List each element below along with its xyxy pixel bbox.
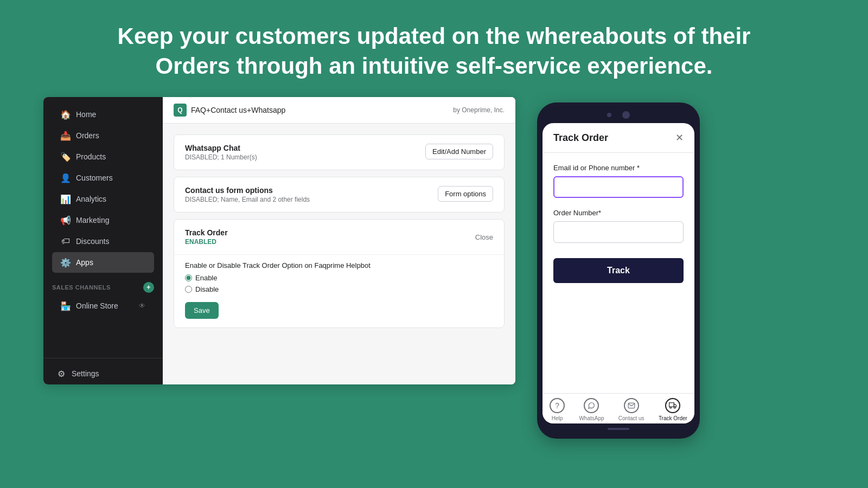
nav-label-track-order: Track Order <box>659 415 687 421</box>
store-icon: 🏪 <box>61 301 71 311</box>
track-order-close-button[interactable]: Close <box>475 233 493 241</box>
phone-home-indicator <box>542 428 694 430</box>
sidebar-item-analytics[interactable]: 📊 Analytics <box>52 189 154 209</box>
sidebar-label-home: Home <box>76 110 96 119</box>
contact-card: Contact us form options DISABLED; Name, … <box>174 177 505 213</box>
settings-icon: ⚙ <box>56 369 66 378</box>
nav-item-track-order[interactable]: Track Order <box>659 398 687 421</box>
nav-label-whatsapp: WhatsApp <box>579 415 604 421</box>
track-order-title: Track Order <box>553 132 608 144</box>
panel-logo-letter: Q <box>177 106 182 114</box>
track-order-nav-icon <box>665 398 680 413</box>
analytics-icon: 📊 <box>61 194 71 204</box>
customers-icon: 👤 <box>61 173 71 183</box>
nav-item-contact[interactable]: Contact us <box>618 398 644 421</box>
panel-by-label: by Oneprime, Inc. <box>453 106 505 114</box>
sidebar-item-online-store[interactable]: 🏪 Online Store 👁 <box>52 296 154 316</box>
camera-dot-center <box>622 111 630 119</box>
sidebar-item-customers[interactable]: 👤 Customers <box>52 168 154 188</box>
contact-card-subtitle: DISABLED; Name, Email and 2 other fields <box>185 196 310 203</box>
panel-header: Q FAQ+Contact us+Whatsapp by Oneprime, I… <box>163 97 515 124</box>
contact-card-title: Contact us form options <box>185 186 310 195</box>
whatsapp-card-subtitle: DISABLED; 1 Number(s) <box>185 153 257 161</box>
phone-mockup: Track Order ✕ Email id or Phone number *… <box>537 102 700 439</box>
sidebar-label-discounts: Discounts <box>76 237 109 246</box>
sidebar-label-settings: Settings <box>72 369 99 378</box>
order-number-label: Order Number* <box>553 209 684 217</box>
svg-point-3 <box>674 407 676 409</box>
track-order-form: Email id or Phone number * Order Number*… <box>542 153 694 393</box>
nav-label-help: Help <box>552 415 563 421</box>
form-options-button[interactable]: Form options <box>438 186 493 202</box>
save-button[interactable]: Save <box>185 302 219 319</box>
sidebar-label-apps: Apps <box>76 258 93 267</box>
panel-content: Q FAQ+Contact us+Whatsapp by Oneprime, I… <box>163 97 515 384</box>
radio-enable-label[interactable]: Enable <box>185 274 493 282</box>
whatsapp-card-title: Whatsapp Chat <box>185 144 257 152</box>
sales-channels-section: SALES CHANNELS + <box>43 275 163 295</box>
whatsapp-card-header: Whatsapp Chat DISABLED; 1 Number(s) Edit… <box>185 144 493 161</box>
add-channel-button[interactable]: + <box>143 282 154 293</box>
track-order-card-header: Track Order ENABLED Close <box>174 220 504 254</box>
admin-panel: 🏠 Home 📥 Orders 🏷️ Products 👤 Customers … <box>43 97 515 384</box>
panel-app-name: FAQ+Contact us+Whatsapp <box>191 106 285 114</box>
sidebar-label-analytics: Analytics <box>76 195 106 203</box>
radio-disable-text: Disable <box>195 285 219 293</box>
sidebar-label-online-store: Online Store <box>76 301 118 310</box>
sidebar-label-marketing: Marketing <box>76 216 109 224</box>
radio-disable-input[interactable] <box>185 286 192 293</box>
whatsapp-card: Whatsapp Chat DISABLED; 1 Number(s) Edit… <box>174 134 505 170</box>
orders-icon: 📥 <box>61 131 71 140</box>
sidebar-label-customers: Customers <box>76 174 113 182</box>
store-eye-icon: 👁 <box>139 302 145 310</box>
radio-enable-text: Enable <box>195 274 217 282</box>
panel-body: Whatsapp Chat DISABLED; 1 Number(s) Edit… <box>163 124 515 339</box>
contact-icon <box>624 398 639 413</box>
hero-line1: Keep your customers updated on the where… <box>118 23 751 49</box>
email-input[interactable] <box>553 176 684 198</box>
sidebar-item-orders[interactable]: 📥 Orders <box>52 125 154 146</box>
sidebar-item-settings[interactable]: ⚙ Settings <box>48 363 158 384</box>
svg-point-2 <box>670 407 672 409</box>
edit-add-number-button[interactable]: Edit/Add Number <box>425 144 493 159</box>
track-order-card-title: Track Order <box>185 228 228 237</box>
marketing-icon: 📢 <box>61 215 71 225</box>
panel-logo: Q <box>174 104 187 117</box>
products-icon: 🏷️ <box>61 152 71 162</box>
order-number-form-group: Order Number* <box>553 209 684 243</box>
phone-track-button[interactable]: Track <box>553 258 684 283</box>
home-icon: 🏠 <box>61 110 71 119</box>
sidebar-item-home[interactable]: 🏠 Home <box>52 104 154 125</box>
sidebar-label-products: Products <box>76 152 106 161</box>
track-order-card-body: Enable or Disable Track Order Option on … <box>174 254 504 328</box>
order-number-input[interactable] <box>553 221 684 243</box>
track-order-header: Track Order ✕ <box>542 123 694 153</box>
hero-section: Keep your customers updated on the where… <box>0 0 868 97</box>
sales-channels-label: SALES CHANNELS <box>52 284 111 291</box>
sidebar-item-products[interactable]: 🏷️ Products <box>52 146 154 167</box>
home-bar <box>608 428 629 430</box>
sidebar-item-apps[interactable]: ⚙️ Apps <box>52 252 154 273</box>
radio-enable-input[interactable] <box>185 274 192 281</box>
phone-bottom-nav: ? Help WhatsApp <box>542 393 694 423</box>
help-icon: ? <box>550 398 565 413</box>
email-label: Email id or Phone number * <box>553 164 684 172</box>
sidebar-item-marketing[interactable]: 📢 Marketing <box>52 210 154 230</box>
nav-item-help[interactable]: ? Help <box>550 398 565 421</box>
svg-marker-1 <box>674 404 676 407</box>
nav-item-whatsapp[interactable]: WhatsApp <box>579 398 604 421</box>
sidebar-label-orders: Orders <box>76 131 99 140</box>
sidebar: 🏠 Home 📥 Orders 🏷️ Products 👤 Customers … <box>43 97 163 384</box>
track-order-radio-group: Enable Disable <box>185 274 493 293</box>
panel-header-left: Q FAQ+Contact us+Whatsapp <box>174 104 285 117</box>
radio-disable-label[interactable]: Disable <box>185 285 493 293</box>
phone-close-button[interactable]: ✕ <box>675 132 684 144</box>
sidebar-item-discounts[interactable]: 🏷 Discounts <box>52 231 154 252</box>
apps-icon: ⚙️ <box>61 258 71 267</box>
track-order-description: Enable or Disable Track Order Option on … <box>185 261 493 269</box>
track-order-card: Track Order ENABLED Close Enable or Disa… <box>174 219 505 328</box>
hero-line2: Orders through an intuitive self-service… <box>155 53 712 79</box>
contact-card-header: Contact us form options DISABLED; Name, … <box>185 186 493 203</box>
phone-screen: Track Order ✕ Email id or Phone number *… <box>542 123 694 423</box>
main-content: 🏠 Home 📥 Orders 🏷️ Products 👤 Customers … <box>0 97 868 439</box>
